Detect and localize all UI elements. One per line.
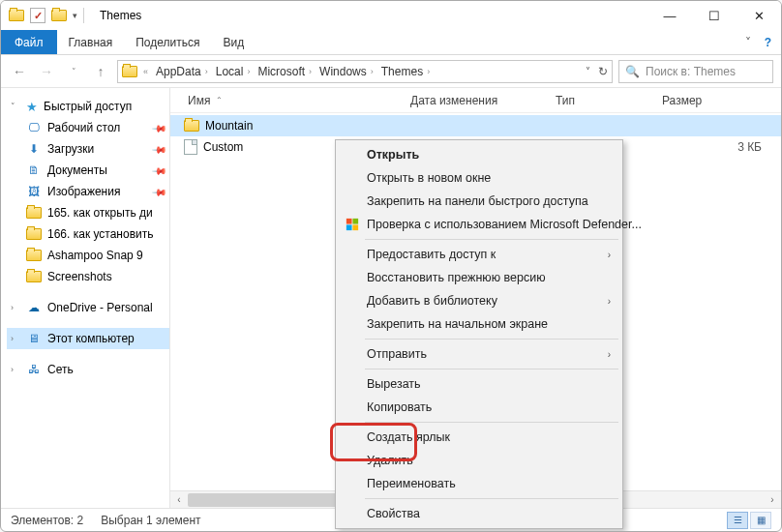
chevron-down-icon: ˅ <box>11 102 20 111</box>
ctx-rename[interactable]: Переименовать <box>338 472 620 495</box>
close-button[interactable]: ✕ <box>737 1 781 30</box>
sidebar-item-label: Рабочий стол <box>47 121 120 134</box>
maximize-button[interactable]: ☐ <box>692 1 737 30</box>
qat-customize-icon[interactable]: ▾ <box>73 11 77 20</box>
sidebar-item-desktop[interactable]: 🖵 Рабочий стол 📌 <box>7 117 169 138</box>
folder-icon <box>26 250 42 261</box>
submenu-arrow-icon: › <box>608 349 611 360</box>
sidebar-item-documents[interactable]: 🗎 Документы 📌 <box>7 160 169 181</box>
nav-back-button[interactable]: ← <box>9 61 30 82</box>
ctx-send-to[interactable]: Отправить› <box>338 342 620 366</box>
column-date[interactable]: Дата изменения <box>403 94 548 107</box>
qat-separator <box>83 8 84 23</box>
address-bar[interactable]: « AppData› Local› Microsoft› Windows› Th… <box>117 60 613 83</box>
addr-folder-icon <box>122 66 137 77</box>
explorer-window: ✓ ▾ Themes — ☐ ✕ Файл Главная Поделиться… <box>0 0 782 532</box>
ctx-open[interactable]: Открыть <box>338 143 620 166</box>
sidebar-item-folder-166[interactable]: 166. как установить <box>7 223 169 245</box>
addr-dropdown-icon[interactable]: ˅ <box>586 66 590 76</box>
qat-checkbox-icon[interactable]: ✓ <box>30 8 45 23</box>
svg-rect-2 <box>346 224 352 230</box>
addr-refresh-icon[interactable]: ↻ <box>598 65 608 78</box>
tab-share[interactable]: Поделиться <box>124 30 211 54</box>
svg-rect-1 <box>352 219 358 224</box>
ctx-open-new-window[interactable]: Открыть в новом окне <box>338 166 620 190</box>
folder-icon <box>26 271 42 282</box>
sidebar-item-screenshots[interactable]: Screenshots <box>7 266 169 287</box>
breadcrumb-overflow[interactable]: « <box>139 67 152 76</box>
sidebar-item-pictures[interactable]: 🖼 Изображения 📌 <box>7 181 169 202</box>
window-title: Themes <box>90 9 141 22</box>
submenu-arrow-icon: › <box>608 250 611 260</box>
file-tab[interactable]: Файл <box>1 30 57 54</box>
sidebar-item-this-pc[interactable]: › 🖥 Этот компьютер <box>7 328 169 349</box>
file-row-mountain[interactable]: Mountain <box>170 115 781 136</box>
ribbon-expand-icon[interactable]: ˅ <box>745 36 751 49</box>
sidebar-item-network[interactable]: › 🖧 Сеть <box>7 359 169 380</box>
documents-icon: 🗎 <box>26 163 42 178</box>
folder-icon <box>184 120 199 132</box>
ctx-pin-start[interactable]: Закрепить на начальном экране <box>338 312 620 336</box>
ctx-properties[interactable]: Свойства <box>338 502 620 525</box>
sidebar-item-label: Изображения <box>47 185 120 198</box>
column-size[interactable]: Размер <box>654 94 781 107</box>
pin-icon: 📌 <box>152 163 167 178</box>
ctx-separator <box>365 422 618 423</box>
ctx-restore-version[interactable]: Восстановить прежнюю версию <box>338 266 620 289</box>
sort-asc-icon: ⌃ <box>216 96 223 104</box>
sidebar-item-folder-165[interactable]: 165. как открыть ди <box>7 202 169 223</box>
ctx-defender-scan[interactable]: Проверка с использованием Microsoft Defe… <box>338 213 620 236</box>
onedrive-icon: ☁ <box>26 300 42 315</box>
ctx-pin-quick-access[interactable]: Закрепить на панели быстрого доступа <box>338 190 620 213</box>
sidebar-item-downloads[interactable]: ⬇ Загрузки 📌 <box>7 138 169 160</box>
qat-folder-icon[interactable] <box>51 10 67 21</box>
pc-icon: 🖥 <box>26 331 42 346</box>
chevron-right-icon: › <box>11 365 20 374</box>
column-type[interactable]: Тип <box>548 94 654 107</box>
view-details-button[interactable]: ☰ <box>727 512 748 529</box>
scroll-left-button[interactable]: ‹ <box>170 491 188 509</box>
scroll-right-button[interactable]: › <box>764 491 781 509</box>
sidebar-item-onedrive[interactable]: › ☁ OneDrive - Personal <box>7 297 169 318</box>
quick-access-header[interactable]: ˅ ★ Быстрый доступ <box>7 96 169 117</box>
nav-forward-button[interactable]: → <box>36 61 57 82</box>
search-input[interactable]: 🔍 Поиск в: Themes <box>618 60 773 83</box>
nav-recent-icon[interactable]: ˅ <box>63 61 84 82</box>
tab-view[interactable]: Вид <box>211 30 256 54</box>
breadcrumb-themes[interactable]: Themes› <box>377 65 434 78</box>
svg-rect-3 <box>352 224 358 230</box>
status-selected: Выбран 1 элемент <box>101 514 200 527</box>
pin-icon: 📌 <box>152 120 167 135</box>
column-name[interactable]: Имя⌃ <box>180 94 403 107</box>
sidebar-item-ashampoo[interactable]: Ashampoo Snap 9 <box>7 245 169 266</box>
sidebar-item-label: Документы <box>47 163 107 177</box>
navigation-pane: ˅ ★ Быстрый доступ 🖵 Рабочий стол 📌 ⬇ За… <box>1 88 170 508</box>
ctx-create-shortcut[interactable]: Создать ярлык <box>338 426 620 449</box>
folder-icon <box>26 228 42 240</box>
submenu-arrow-icon: › <box>608 296 611 307</box>
minimize-button[interactable]: — <box>647 1 692 30</box>
breadcrumb-local[interactable]: Local› <box>212 65 255 78</box>
sidebar-item-label: Этот компьютер <box>47 332 135 345</box>
ctx-cut[interactable]: Вырезать <box>338 372 620 396</box>
breadcrumb-appdata[interactable]: AppData› <box>152 65 212 78</box>
download-icon: ⬇ <box>26 141 42 157</box>
breadcrumb-microsoft[interactable]: Microsoft› <box>254 65 316 78</box>
quick-access-label: Быстрый доступ <box>44 100 132 113</box>
shield-icon <box>344 216 361 233</box>
ctx-copy[interactable]: Копировать <box>338 396 620 419</box>
ctx-add-library[interactable]: Добавить в библиотеку› <box>338 289 620 312</box>
sidebar-item-label: Ashampoo Snap 9 <box>47 249 143 262</box>
view-large-icons-button[interactable]: ▦ <box>750 512 771 529</box>
nav-up-button[interactable]: ↑ <box>90 61 111 82</box>
ctx-give-access[interactable]: Предоставить доступ к› <box>338 243 620 266</box>
file-size: 3 КБ <box>654 140 781 154</box>
tab-home[interactable]: Главная <box>57 30 125 54</box>
pin-icon: 📌 <box>152 141 167 157</box>
ctx-delete[interactable]: Удалить <box>338 449 620 472</box>
help-icon[interactable]: ? <box>765 36 771 49</box>
file-name: Custom <box>203 140 243 154</box>
sidebar-item-label: OneDrive - Personal <box>47 301 153 314</box>
star-icon: ★ <box>26 100 38 114</box>
breadcrumb-windows[interactable]: Windows› <box>316 65 377 78</box>
